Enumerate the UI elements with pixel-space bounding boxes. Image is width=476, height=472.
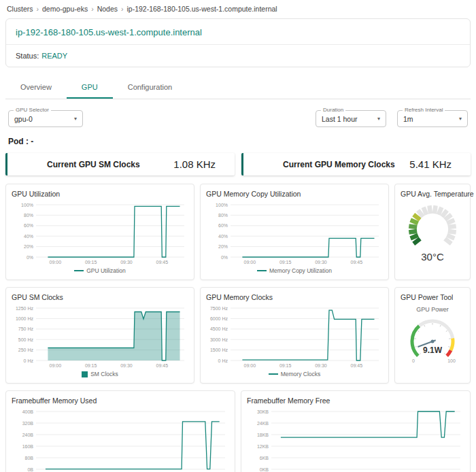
svg-text:100%: 100%	[216, 203, 228, 207]
svg-text:09:15: 09:15	[85, 363, 97, 368]
refresh-interval-label: Refresh Interval	[403, 107, 445, 113]
legend-square-icon	[82, 371, 88, 377]
svg-text:0%: 0%	[221, 255, 228, 260]
svg-text:0%: 0%	[27, 255, 33, 260]
stat-label: Current GPU Memory Clocks	[283, 160, 395, 169]
svg-text:80%: 80%	[24, 213, 33, 218]
svg-text:40%: 40%	[218, 234, 228, 239]
stat-value: 1.08 KHz	[173, 158, 216, 170]
svg-text:3000 Hz: 3000 Hz	[210, 337, 228, 341]
svg-text:09:15: 09:15	[279, 260, 292, 265]
svg-text:09:00: 09:00	[50, 260, 62, 265]
svg-text:09:00: 09:00	[244, 260, 256, 265]
gpu-selector-label: GPU Selector	[14, 107, 51, 113]
chart-legend[interactable]: SM Clocks	[12, 371, 188, 377]
svg-text:500 Hz: 500 Hz	[18, 337, 34, 341]
chart-legend[interactable]: GPU Utilization	[12, 268, 188, 274]
breadcrumb-separator: ›	[121, 5, 124, 13]
svg-text:20%: 20%	[218, 244, 228, 249]
stat-current-memory-clocks: Current GPU Memory Clocks 5.41 KHz	[241, 153, 471, 175]
svg-text:6KB: 6KB	[260, 455, 269, 460]
chevron-down-icon: ▾	[377, 116, 380, 122]
breadcrumb-separator: ›	[37, 5, 39, 13]
chart-card-gpu-utilization: GPU Utilization 0%20%40%60%80%100%09:000…	[5, 184, 194, 280]
svg-text:09:30: 09:30	[120, 260, 133, 265]
temperature-gauge-svg: 30°C	[401, 201, 464, 266]
node-header-card: ip-192-168-180-105.us-west-1.compute.int…	[5, 18, 471, 67]
status-label: Status:	[16, 52, 39, 60]
framebuffer-used-chart: 0B80B160B240B320B400B08:5009:0009:1009:2…	[12, 407, 229, 472]
chevron-down-icon: ▾	[459, 116, 462, 122]
gpu-utilization-chart: 0%20%40%60%80%100%09:0009:1509:3009:45	[12, 201, 188, 266]
node-title: ip-192-168-180-105.us-west-1.compute.int…	[6, 19, 470, 44]
breadcrumb-clusters[interactable]: Clusters	[7, 5, 33, 13]
svg-text:09:00: 09:00	[244, 363, 256, 368]
svg-text:09:45: 09:45	[351, 363, 363, 368]
memory-copy-utilization-chart: 0%20%40%60%80%100%09:0009:1509:3009:45	[206, 201, 383, 266]
svg-text:09:45: 09:45	[156, 363, 169, 368]
svg-text:40%: 40%	[24, 234, 33, 239]
svg-text:80%: 80%	[218, 213, 228, 218]
gauge-title: GPU Power Tool	[401, 293, 453, 301]
node-status: Status:READY	[6, 45, 470, 67]
breadcrumb-cluster-name[interactable]: demo-gpu-eks	[42, 5, 88, 13]
stat-label: Current GPU SM Clocks	[47, 160, 140, 169]
power-gauge: 9.1W0100	[401, 313, 464, 370]
chart-card-framebuffer-free: Framebuffer Memory Free 0KB6KB12KB18KB24…	[241, 390, 471, 472]
tab-bar: Overview GPU Configuration	[5, 77, 471, 99]
svg-text:240B: 240B	[22, 432, 34, 437]
tab-overview[interactable]: Overview	[5, 77, 67, 99]
svg-text:24KB: 24KB	[257, 420, 269, 425]
chart-svg: 0 Hz250 Hz500 Hz750 Hz1000 Hz1250 Hz09:0…	[12, 304, 188, 369]
chart-svg: 0KB6KB12KB18KB24KB30KB08:5009:0009:1009:…	[247, 407, 464, 472]
breadcrumb-separator: ›	[91, 5, 94, 13]
temperature-gauge: 30°C	[401, 201, 464, 266]
controls-row: GPU Selector gpu-0 ▾ Duration Last 1 hou…	[0, 99, 476, 130]
svg-text:400B: 400B	[22, 409, 34, 414]
chart-title: GPU Utilization	[12, 190, 188, 198]
chart-legend[interactable]: Memory Clocks	[206, 371, 383, 377]
legend-label: GPU Utilization	[86, 268, 126, 274]
gpu-selector-value: gpu-0	[14, 115, 33, 123]
svg-text:320B: 320B	[22, 420, 34, 425]
refresh-interval-value: 1m	[403, 115, 413, 123]
stat-bars: Current GPU SM Clocks 1.08 KHz Current G…	[5, 153, 471, 175]
chart-card-sm-clocks: GPU SM Clocks 0 Hz250 Hz500 Hz750 Hz1000…	[5, 287, 194, 384]
breadcrumb: Clusters › demo-gpu-eks › Nodes › ip-192…	[0, 0, 476, 16]
svg-text:0KB: 0KB	[260, 467, 269, 471]
svg-text:60%: 60%	[24, 223, 33, 228]
svg-text:0B: 0B	[27, 467, 33, 471]
chart-title: GPU Memory Copy Utilization	[206, 190, 383, 198]
memory-clocks-chart: 0 Hz1500 Hz3000 Hz4500 Hz6000 Hz7500 Hz0…	[206, 304, 383, 369]
chart-title: GPU Memory Clocks	[206, 293, 383, 301]
svg-text:60%: 60%	[218, 223, 228, 228]
svg-text:750 Hz: 750 Hz	[18, 326, 34, 331]
legend-label: Memory Copy Utilization	[269, 268, 332, 274]
chart-card-memory-copy-utilization: GPU Memory Copy Utilization 0%20%40%60%8…	[200, 184, 389, 280]
pod-label: Pod : -	[0, 130, 476, 152]
chart-legend[interactable]: Memory Copy Utilization	[206, 268, 383, 274]
svg-text:1000 Hz: 1000 Hz	[16, 316, 34, 320]
breadcrumb-node-name: ip-192-168-180-105.us-west-1.compute.int…	[127, 5, 277, 13]
tab-gpu[interactable]: GPU	[67, 77, 113, 99]
power-gauge-label: GPU Power	[416, 306, 449, 313]
svg-text:30°C: 30°C	[421, 251, 444, 263]
svg-text:20%: 20%	[24, 244, 33, 249]
breadcrumb-nodes[interactable]: Nodes	[97, 5, 118, 13]
charts-row-1: GPU Utilization 0%20%40%60%80%100%09:000…	[5, 184, 471, 280]
legend-line-icon	[74, 270, 84, 271]
svg-text:0 Hz: 0 Hz	[218, 358, 228, 363]
svg-text:1500 Hz: 1500 Hz	[210, 348, 228, 352]
svg-text:09:30: 09:30	[120, 363, 133, 368]
gauge-title: GPU Avg. Temperature	[401, 190, 474, 198]
svg-text:0: 0	[412, 358, 415, 363]
svg-text:7500 Hz: 7500 Hz	[210, 305, 228, 310]
tab-configuration[interactable]: Configuration	[113, 77, 187, 99]
svg-text:30KB: 30KB	[257, 409, 269, 414]
svg-text:100: 100	[447, 358, 456, 363]
chart-svg: 0 Hz1500 Hz3000 Hz4500 Hz6000 Hz7500 Hz0…	[206, 304, 383, 369]
svg-text:09:15: 09:15	[279, 363, 292, 368]
power-gauge-svg: 9.1W0100	[401, 313, 464, 370]
duration-value: Last 1 hour	[322, 115, 358, 123]
stat-value: 5.41 KHz	[409, 158, 452, 170]
